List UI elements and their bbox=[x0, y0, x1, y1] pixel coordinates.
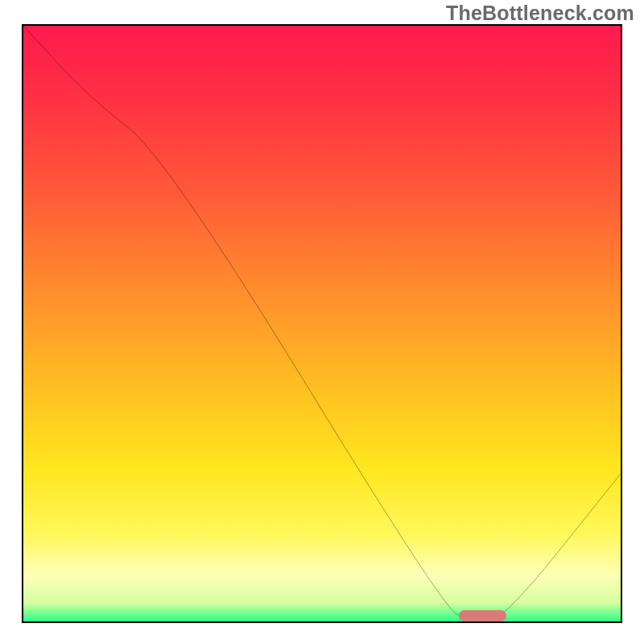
watermark-text: TheBottleneck.com bbox=[446, 2, 634, 25]
plot-frame bbox=[22, 24, 622, 623]
optimum-marker bbox=[459, 610, 506, 621]
bottleneck-curve bbox=[23, 26, 621, 623]
chart-container: TheBottleneck.com bbox=[0, 0, 644, 644]
